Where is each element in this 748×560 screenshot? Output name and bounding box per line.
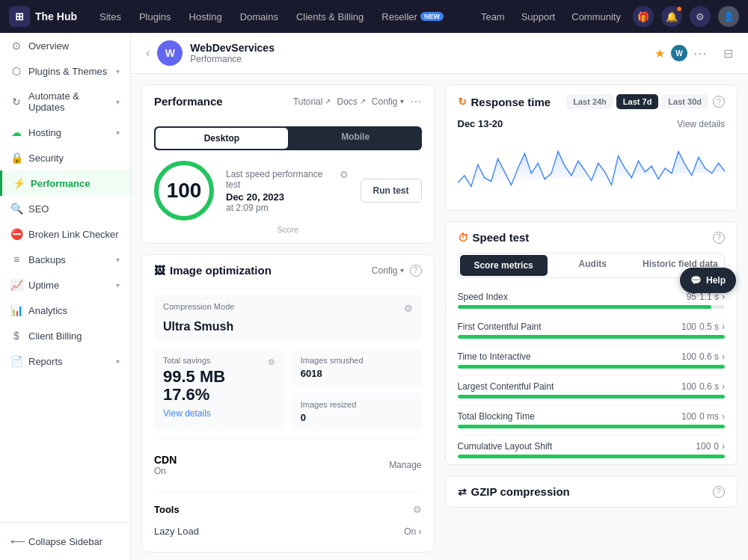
gzip-help-icon[interactable]: ? [713, 486, 725, 498]
chevron-right-icon: › [722, 292, 725, 302]
settings-button[interactable]: ⚙ [690, 6, 711, 27]
grid-view-button[interactable]: ⊟ [723, 46, 733, 61]
metric-label: Total Blocking Time 100 0 ms › [458, 411, 726, 422]
help-button[interactable]: 💬 Help [680, 268, 736, 293]
metric-fcp: First Contentful Paint 100 0.5 s › [446, 316, 738, 345]
metrics-list: Speed Index 95 1.1 s › [446, 286, 738, 464]
metric-bar [458, 425, 726, 428]
external-link-icon: ↗ [360, 97, 366, 105]
chevron-right-icon: › [722, 351, 725, 362]
time-btn-7d[interactable]: Last 7d [616, 94, 659, 109]
metric-label: Speed Index 95 1.1 s › [458, 292, 726, 302]
view-details-link[interactable]: View details [163, 408, 275, 419]
topnav-community[interactable]: Community [567, 11, 625, 22]
logo-icon: ⊞ [9, 6, 30, 27]
sidebar-item-analytics[interactable]: 📊 Analytics [0, 298, 130, 323]
metric-lcp: Largest Contentful Paint 100 0.6 s › [446, 375, 738, 404]
back-button[interactable]: ‹ [146, 46, 150, 60]
topnav-domains[interactable]: Domains [231, 0, 287, 33]
arrow-icon: ▾ [116, 357, 120, 366]
help-icon[interactable]: ? [410, 265, 422, 277]
metric-score: 100 0 › [696, 441, 725, 452]
metric-bar [458, 365, 726, 369]
rt-view-details[interactable]: View details [677, 119, 725, 129]
app-logo[interactable]: ⊞ The Hub [9, 6, 77, 27]
metric-label: First Contentful Paint 100 0.5 s › [458, 321, 726, 332]
speed-test-help-icon[interactable]: ? [713, 232, 725, 244]
wordpress-icon[interactable]: W [671, 45, 687, 61]
sidebar-item-hosting[interactable]: ☁ Hosting ▾ [0, 120, 130, 145]
time-range-buttons: Last 24h Last 7d Last 30d [566, 94, 708, 109]
image-optimization-card: 🖼 Image optimization Config ▾ ? [141, 254, 435, 553]
total-savings-label: Total savings [163, 356, 211, 365]
sidebar-item-automate[interactable]: ↻ Automate & Updates ▾ [0, 84, 130, 120]
overview-icon: ⊙ [10, 40, 22, 52]
sidebar-item-plugins-themes[interactable]: ⬡ Plugins & Themes ▾ [0, 58, 130, 84]
metric-score: 100 0 ms › [681, 411, 725, 422]
gift-icon-button[interactable]: 🎁 [633, 6, 654, 27]
topnav-hosting[interactable]: Hosting [180, 0, 231, 33]
time-btn-24h[interactable]: Last 24h [566, 94, 613, 109]
sidebar-item-reports[interactable]: 📄 Reports ▾ [0, 348, 130, 374]
rt-help-icon[interactable]: ? [713, 96, 725, 108]
cdn-title: CDN [154, 454, 177, 466]
sidebar-item-client-billing[interactable]: $ Client Billing [0, 323, 130, 348]
performance-settings-icon[interactable]: ⚙ [340, 169, 349, 180]
sidebar-item-backups[interactable]: ≡ Backups ▾ [0, 247, 130, 272]
metric-bar-bg [458, 305, 726, 309]
sidebar-item-uptime[interactable]: 📈 Uptime ▾ [0, 272, 130, 298]
savings-stats: Total savings ⚙ 99.5 MB 17.6% View detai… [154, 348, 422, 431]
favorite-star-icon[interactable]: ★ [654, 46, 665, 61]
tutorial-link[interactable]: Tutorial ↗ [293, 96, 331, 107]
topnav-plugins[interactable]: Plugins [130, 0, 180, 33]
arrow-icon: ▾ [116, 281, 120, 289]
topnav-support[interactable]: Support [517, 11, 560, 22]
sidebar-item-seo[interactable]: 🔍 SEO [0, 196, 130, 221]
chevron-right-icon: › [722, 441, 725, 452]
metric-bar-bg [458, 365, 726, 369]
metric-tbt: Total Blocking Time 100 0 ms › [446, 405, 738, 434]
tab-mobile[interactable]: Mobile [289, 126, 422, 150]
sidebar-item-overview[interactable]: ⊙ Overview [0, 33, 130, 58]
metric-tti: Time to Interactive 100 0.6 s › [446, 345, 738, 375]
docs-link[interactable]: Docs ↗ [337, 96, 365, 107]
topnav-reseller[interactable]: Reseller NEW [373, 0, 453, 33]
run-test-button[interactable]: Run test [361, 179, 422, 203]
topnav-sites[interactable]: Sites [91, 0, 130, 33]
tab-desktop[interactable]: Desktop [156, 128, 288, 149]
site-info: WebDevServices Performance [190, 42, 647, 64]
content-grid: Performance Tutorial ↗ Docs ↗ Co [131, 74, 748, 560]
rt-date-range: Dec 13-20 [458, 118, 503, 129]
sidebar-footer: ⟵ Collapse Sidebar [0, 522, 130, 560]
lazy-load-status[interactable]: On › [404, 526, 421, 537]
notifications-button[interactable]: 🔔 [661, 6, 682, 27]
img-opt-config-link[interactable]: Config ▾ [372, 265, 404, 276]
compression-settings-icon[interactable]: ⚙ [404, 303, 413, 314]
chat-icon: 💬 [690, 275, 702, 286]
tools-settings-icon[interactable]: ⚙ [413, 504, 422, 515]
sidebar-item-security[interactable]: 🔒 Security [0, 145, 130, 170]
speed-test-header: ⏱ Speed test ? [446, 222, 738, 253]
cdn-manage-link[interactable]: Manage [389, 460, 421, 470]
images-resized-box: Images resized 0 [292, 393, 422, 431]
sidebar-item-performance[interactable]: ⚡ Performance [0, 170, 130, 196]
topnav-clients-billing[interactable]: Clients & Billing [287, 0, 373, 33]
collapse-sidebar-button[interactable]: ⟵ Collapse Sidebar [0, 529, 130, 554]
score-value: 100 [167, 180, 202, 201]
tools-title: Tools [154, 504, 180, 515]
more-options-button[interactable]: ⋯ [693, 45, 707, 61]
compression-label: Compression Mode [163, 302, 234, 311]
topnav-team[interactable]: Team [476, 11, 509, 22]
tab-score-metrics[interactable]: Score metrics [460, 255, 548, 276]
user-avatar[interactable]: 👤 [718, 6, 739, 27]
performance-card: Performance Tutorial ↗ Docs ↗ Co [141, 84, 435, 244]
sidebar-item-broken-link[interactable]: ⛔ Broken Link Checker [0, 221, 130, 247]
time-btn-30d[interactable]: Last 30d [661, 94, 708, 109]
score-circle: 100 [154, 161, 214, 221]
savings-settings-icon[interactable]: ⚙ [268, 357, 275, 367]
config-link[interactable]: Config ▾ [372, 96, 404, 107]
perf-more-options[interactable]: ⋯ [410, 94, 422, 108]
tab-audits[interactable]: Audits [549, 253, 637, 277]
performance-icon: ⚡ [13, 177, 25, 189]
automate-icon: ↻ [10, 96, 22, 108]
